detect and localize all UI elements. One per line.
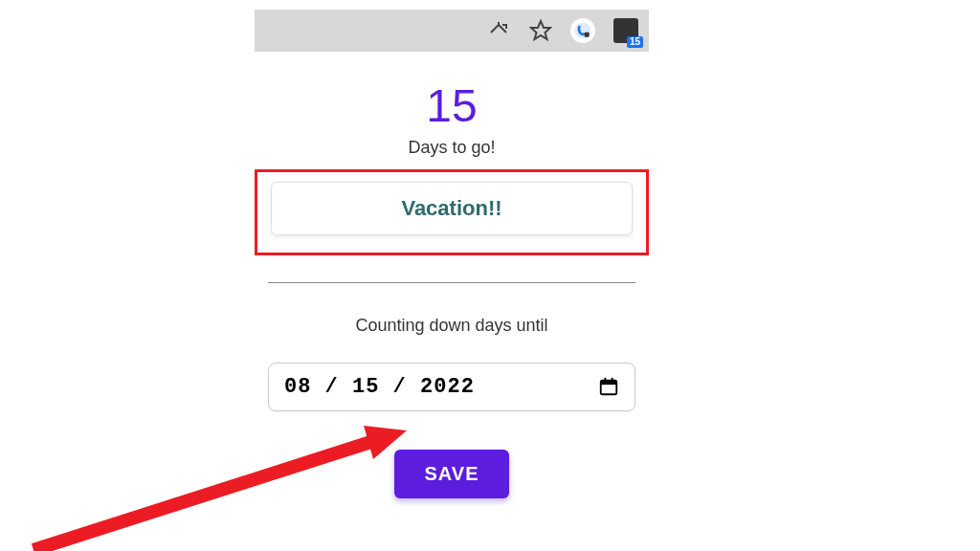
divider <box>268 282 635 283</box>
star-icon[interactable] <box>528 18 553 43</box>
countdown-app: 15 Days to go! Vacation!! Counting down … <box>255 81 649 498</box>
extension-badge: 15 <box>627 36 643 48</box>
event-title-text: Vacation!! <box>272 196 632 221</box>
highlight-annotation: Vacation!! <box>255 169 649 255</box>
days-to-go-label: Days to go! <box>255 138 649 158</box>
extension-icon-2[interactable]: 15 <box>612 17 639 44</box>
countdown-number: 15 <box>255 81 649 132</box>
date-value: 08 / 15 / 2022 <box>284 375 475 399</box>
save-button[interactable]: SAVE <box>394 450 510 498</box>
event-title-input[interactable]: Vacation!! <box>271 182 633 235</box>
counting-down-label: Counting down days until <box>255 316 649 336</box>
share-icon[interactable] <box>486 18 511 43</box>
svg-rect-4 <box>601 381 617 386</box>
svg-marker-0 <box>531 21 550 39</box>
svg-rect-2 <box>585 33 590 37</box>
calendar-icon[interactable] <box>598 376 619 397</box>
browser-toolbar: 15 <box>255 10 649 52</box>
extension-icon-1[interactable] <box>570 18 595 43</box>
date-input[interactable]: 08 / 15 / 2022 <box>268 363 635 411</box>
